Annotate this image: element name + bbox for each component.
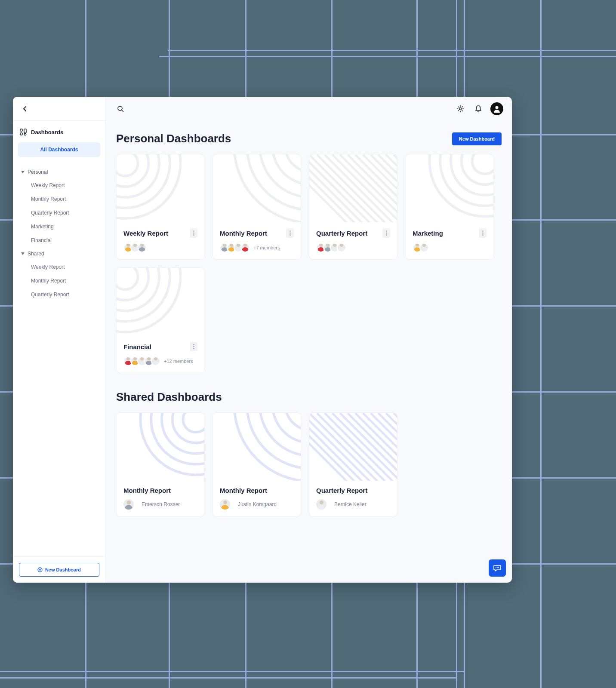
back-button[interactable] — [20, 104, 30, 114]
dashboard-card[interactable]: Marketing — [405, 154, 494, 260]
dashboard-card[interactable]: Monthly Report +7 members — [213, 154, 301, 260]
svg-point-54 — [482, 230, 483, 231]
member-avatars — [316, 243, 346, 252]
svg-point-49 — [472, 154, 493, 174]
sidebar-item-monthly-report[interactable]: Monthly Report — [13, 192, 105, 206]
dashboard-icon — [20, 129, 27, 135]
new-dashboard-sidebar-button[interactable]: New Dashboard — [19, 563, 99, 577]
svg-point-52 — [440, 154, 493, 206]
svg-point-3 — [24, 133, 26, 135]
svg-point-21 — [290, 230, 290, 231]
svg-point-74 — [234, 413, 301, 481]
section-head-personal: Personal Dashboards New Dashboard — [116, 132, 502, 145]
main: Personal Dashboards New Dashboard Weekly… — [106, 97, 512, 583]
svg-point-98 — [497, 567, 498, 568]
svg-point-14 — [193, 233, 194, 233]
dashboard-card[interactable]: Quarterly Report — [309, 154, 397, 260]
svg-point-62 — [193, 344, 194, 345]
section-title: Shared Dashboards — [116, 390, 222, 404]
card-title: Weekly Report — [123, 230, 186, 237]
sidebar-header-label: Dashboards — [31, 129, 63, 135]
bg-line — [0, 677, 456, 679]
dashboard-card[interactable]: Weekly Report — [116, 154, 205, 260]
svg-point-66 — [172, 413, 204, 443]
more-vert-icon — [193, 344, 194, 349]
more-vert-icon — [482, 230, 484, 236]
notifications-button[interactable] — [472, 103, 484, 115]
sidebar-item-weekly-report[interactable]: Weekly Report — [13, 178, 105, 192]
plus-circle-icon — [37, 567, 43, 572]
sidebar: Dashboards All Dashboards Personal Weekl… — [13, 97, 106, 583]
caret-down-icon — [21, 170, 25, 174]
card-more-button[interactable] — [382, 228, 390, 238]
svg-point-9 — [117, 154, 148, 187]
svg-point-57 — [117, 268, 138, 289]
svg-point-22 — [290, 233, 290, 233]
owner-avatar — [316, 499, 326, 510]
more-vert-icon — [386, 230, 387, 236]
sidebar-item-marketing[interactable]: Marketing — [13, 220, 105, 233]
svg-point-6 — [459, 108, 462, 110]
bg-line — [159, 56, 616, 57]
personal-grid: Weekly Report Month — [116, 154, 502, 373]
group-label: Shared — [28, 251, 44, 257]
dashboard-card[interactable]: Monthly Report Justin Korsgaard — [213, 412, 301, 517]
caret-down-icon — [21, 252, 25, 256]
card-more-button[interactable] — [286, 228, 294, 238]
more-vert-icon — [193, 230, 194, 236]
card-title: Marketing — [413, 230, 475, 237]
group-label: Personal — [28, 169, 48, 175]
svg-rect-0 — [20, 129, 22, 131]
svg-point-56 — [482, 234, 483, 235]
more-vert-icon — [290, 230, 291, 236]
member-avatar — [137, 243, 147, 252]
sidebar-group-personal[interactable]: Personal — [13, 166, 105, 178]
sidebar-group-shared[interactable]: Shared — [13, 247, 105, 260]
svg-point-99 — [498, 567, 499, 568]
new-dashboard-button[interactable]: New Dashboard — [452, 132, 502, 145]
user-avatar[interactable] — [490, 102, 503, 115]
svg-point-64 — [193, 348, 194, 349]
card-art — [117, 413, 204, 481]
svg-point-60 — [117, 268, 170, 322]
settings-button[interactable] — [454, 103, 466, 115]
svg-point-63 — [193, 346, 194, 347]
sidebar-item-quarterly-report[interactable]: Quarterly Report — [13, 206, 105, 220]
owner-name: Bernice Keller — [334, 501, 367, 507]
svg-point-50 — [462, 154, 493, 184]
chat-icon — [493, 564, 502, 572]
svg-point-8 — [117, 154, 138, 176]
sidebar-item-financial[interactable]: Financial — [13, 233, 105, 247]
svg-point-20 — [234, 154, 301, 222]
card-more-button[interactable] — [479, 228, 487, 238]
dashboard-card[interactable]: Monthly Report Emerson Rosser — [116, 412, 205, 517]
member-avatar — [419, 243, 429, 252]
shared-grid: Monthly Report Emerson Rosser Monthly Re… — [116, 412, 502, 517]
bell-icon — [474, 105, 482, 113]
svg-rect-2 — [24, 129, 26, 133]
dashboard-card[interactable]: Financial +12 members — [116, 267, 205, 373]
more-members-label: +7 members — [253, 245, 280, 250]
card-title: Monthly Report — [220, 487, 294, 494]
card-more-button[interactable] — [190, 342, 197, 351]
sidebar-item-monthly-report[interactable]: Monthly Report — [13, 274, 105, 288]
sidebar-item-weekly-report[interactable]: Weekly Report — [13, 260, 105, 274]
search-button[interactable] — [114, 103, 126, 115]
member-avatars — [413, 243, 429, 252]
bg-line — [168, 50, 616, 51]
sidebar-item-quarterly-report[interactable]: Quarterly Report — [13, 288, 105, 301]
svg-point-97 — [496, 567, 496, 568]
bg-line — [0, 671, 465, 672]
sidebar-item-all-dashboards[interactable]: All Dashboards — [18, 142, 100, 157]
svg-point-71 — [273, 413, 301, 443]
chat-fab[interactable] — [489, 559, 506, 577]
card-more-button[interactable] — [190, 228, 197, 238]
card-title: Financial — [123, 343, 186, 350]
card-title: Quarterly Report — [316, 487, 390, 494]
dashboard-card[interactable]: Quarterly Report Bernice Keller — [309, 412, 397, 517]
card-title: Quarterly Report — [316, 230, 379, 237]
svg-rect-1 — [20, 133, 22, 135]
svg-point-47 — [386, 233, 387, 233]
bg-line — [540, 0, 542, 688]
avatar-icon — [493, 104, 501, 113]
